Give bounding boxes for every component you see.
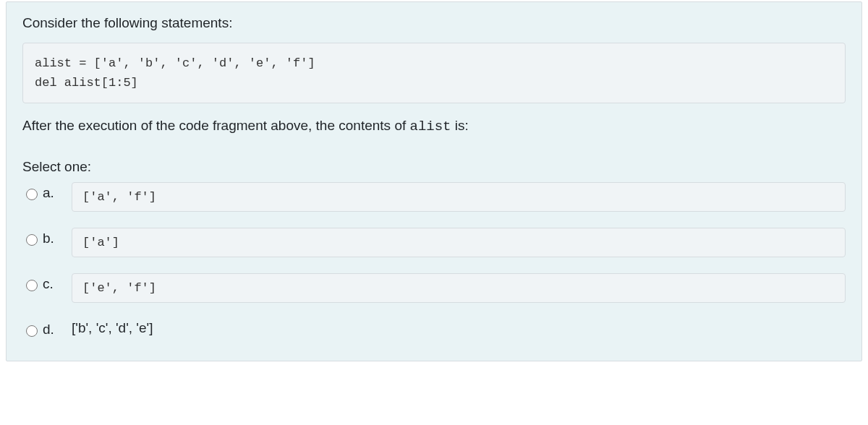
radio-cell-c — [22, 273, 43, 295]
option-content-c: ['e', 'f'] — [72, 273, 846, 303]
radio-d[interactable] — [26, 325, 38, 337]
radio-cell-d — [22, 319, 43, 340]
radio-b[interactable] — [26, 234, 38, 246]
select-one-label: Select one: — [22, 159, 846, 175]
radio-cell-b — [22, 228, 43, 249]
option-row-c: c. ['e', 'f'] — [22, 273, 846, 303]
radio-c[interactable] — [26, 280, 38, 291]
after-pre: After the execution of the code fragment… — [22, 118, 410, 133]
question-container: Consider the following statements: alist… — [6, 1, 862, 361]
option-row-d: d. ['b', 'c', 'd', 'e'] — [22, 319, 846, 340]
option-content-a: ['a', 'f'] — [72, 182, 846, 212]
option-letter-c: c. — [43, 273, 72, 292]
option-letter-a: a. — [43, 182, 72, 201]
question-after-text: After the execution of the code fragment… — [22, 118, 846, 134]
option-letter-d: d. — [43, 319, 72, 338]
option-letter-b: b. — [43, 228, 72, 246]
question-intro: Consider the following statements: — [22, 15, 846, 31]
radio-a[interactable] — [26, 189, 38, 200]
option-code-c: ['e', 'f'] — [72, 273, 846, 303]
radio-cell-a — [22, 182, 43, 204]
option-content-d: ['b', 'c', 'd', 'e'] — [72, 319, 846, 336]
after-var: alist — [410, 119, 451, 134]
option-row-a: a. ['a', 'f'] — [22, 182, 846, 212]
question-code-block: alist = ['a', 'b', 'c', 'd', 'e', 'f'] d… — [22, 43, 846, 103]
option-code-b: ['a'] — [72, 228, 846, 257]
after-post: is: — [451, 118, 469, 133]
option-text-d: ['b', 'c', 'd', 'e'] — [72, 319, 846, 336]
option-content-b: ['a'] — [72, 228, 846, 257]
option-row-b: b. ['a'] — [22, 228, 846, 257]
option-code-a: ['a', 'f'] — [72, 182, 846, 212]
